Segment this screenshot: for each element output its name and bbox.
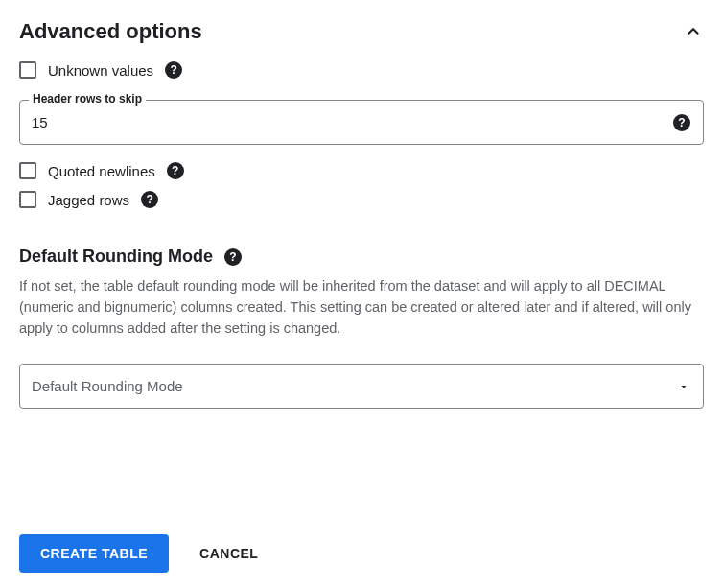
- quoted-newlines-row: Quoted newlines ?: [19, 162, 704, 179]
- caret-down-icon: [678, 381, 689, 392]
- create-table-button[interactable]: CREATE TABLE: [19, 534, 169, 573]
- rounding-mode-select-value: Default Rounding Mode: [32, 378, 183, 394]
- help-icon[interactable]: ?: [224, 248, 242, 266]
- rounding-mode-description: If not set, the table default rounding m…: [19, 276, 704, 339]
- quoted-newlines-checkbox[interactable]: [19, 162, 36, 179]
- jagged-rows-label: Jagged rows: [48, 192, 129, 208]
- advanced-options-header[interactable]: Advanced options: [19, 19, 704, 44]
- rounding-mode-select[interactable]: Default Rounding Mode: [19, 364, 704, 409]
- chevron-up-icon: [683, 21, 704, 42]
- rounding-mode-title: Default Rounding Mode: [19, 247, 213, 267]
- help-icon[interactable]: ?: [141, 191, 158, 208]
- footer-actions: CREATE TABLE CANCEL: [0, 519, 723, 588]
- jagged-rows-row: Jagged rows ?: [19, 191, 704, 208]
- unknown-values-row: Unknown values ?: [19, 61, 704, 79]
- header-rows-input[interactable]: [19, 100, 704, 145]
- help-icon[interactable]: ?: [167, 162, 184, 179]
- help-icon[interactable]: ?: [165, 61, 182, 79]
- help-icon[interactable]: ?: [673, 114, 690, 131]
- unknown-values-checkbox[interactable]: [19, 61, 36, 79]
- header-rows-label: Header rows to skip: [29, 92, 146, 106]
- section-title: Advanced options: [19, 19, 202, 44]
- header-rows-to-skip-field: Header rows to skip ?: [19, 100, 704, 145]
- cancel-button[interactable]: CANCEL: [196, 534, 262, 573]
- quoted-newlines-label: Quoted newlines: [48, 163, 155, 179]
- rounding-mode-header: Default Rounding Mode ?: [19, 247, 704, 267]
- jagged-rows-checkbox[interactable]: [19, 191, 36, 208]
- unknown-values-label: Unknown values: [48, 62, 153, 79]
